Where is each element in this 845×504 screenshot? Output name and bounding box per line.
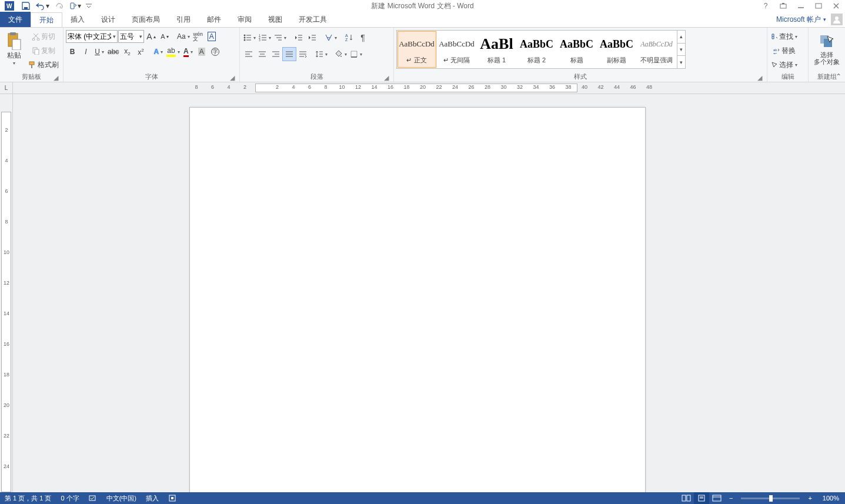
- decrease-indent-button[interactable]: [292, 31, 305, 44]
- font-color-button[interactable]: A▾: [182, 45, 195, 58]
- tab-review[interactable]: 审阅: [229, 12, 260, 27]
- status-words[interactable]: 0 个字: [56, 492, 84, 504]
- redo-icon[interactable]: [52, 0, 66, 12]
- tab-selector[interactable]: L: [0, 82, 13, 94]
- tab-design[interactable]: 设计: [93, 12, 123, 27]
- undo-icon[interactable]: ▾: [35, 0, 49, 12]
- style-item[interactable]: AaBl标题 1: [477, 31, 517, 68]
- select-button[interactable]: 选择▾: [770, 58, 799, 71]
- document-area[interactable]: [13, 94, 845, 492]
- save-icon[interactable]: [19, 0, 33, 12]
- align-left-button[interactable]: [242, 48, 255, 61]
- zoom-percent[interactable]: 100%: [817, 495, 845, 502]
- borders-button[interactable]: ▾: [349, 48, 363, 61]
- gallery-down-icon[interactable]: ▾: [677, 44, 685, 56]
- grow-font-button[interactable]: A▴: [145, 30, 158, 43]
- align-right-button[interactable]: [269, 48, 282, 61]
- strikethrough-button[interactable]: abc: [106, 45, 120, 58]
- qat-customize-icon[interactable]: [85, 0, 93, 12]
- style-item[interactable]: AaBbCcDd不明显强调: [637, 31, 677, 68]
- view-read-icon[interactable]: [679, 492, 694, 504]
- phonetic-guide-button[interactable]: wén文: [192, 30, 205, 43]
- paste-button[interactable]: 粘贴 ▾: [2, 29, 26, 69]
- word-app-icon[interactable]: W: [2, 0, 16, 12]
- font-name-combo[interactable]: 宋体 (中文正文)▾: [66, 30, 118, 43]
- font-launcher-icon[interactable]: ◢: [229, 74, 236, 81]
- align-justify-button[interactable]: [283, 48, 296, 61]
- asian-layout-button[interactable]: ▾: [323, 31, 338, 44]
- tab-references[interactable]: 引用: [168, 12, 199, 27]
- tab-file[interactable]: 文件: [0, 12, 31, 27]
- shrink-font-button[interactable]: A▾: [158, 30, 171, 43]
- ribbon-options-icon[interactable]: [774, 0, 792, 12]
- numbering-button[interactable]: 123▾: [258, 31, 272, 44]
- zoom-out-button[interactable]: −: [724, 492, 737, 504]
- gallery-up-icon[interactable]: ▴: [677, 31, 685, 44]
- character-border-button[interactable]: A: [205, 30, 218, 43]
- view-web-icon[interactable]: [709, 492, 724, 504]
- replace-button[interactable]: abac 替换: [770, 44, 799, 57]
- style-item[interactable]: AaBbCcDd↵ 正文: [397, 31, 437, 68]
- horizontal-ruler[interactable]: 8642246810121416182022242628303234363840…: [13, 82, 845, 94]
- show-marks-button[interactable]: ¶: [356, 31, 369, 44]
- status-mode[interactable]: 插入: [141, 492, 163, 504]
- avatar[interactable]: [831, 14, 843, 25]
- find-button[interactable]: 查找▾: [770, 30, 799, 43]
- copy-button[interactable]: 复制: [27, 44, 60, 57]
- align-center-button[interactable]: [256, 48, 269, 61]
- text-effects-button[interactable]: A▾: [152, 45, 165, 58]
- status-macro-icon[interactable]: [163, 492, 181, 504]
- align-distribute-button[interactable]: [296, 48, 309, 61]
- zoom-thumb[interactable]: [769, 495, 773, 502]
- style-item[interactable]: AaBbC副标题: [597, 31, 637, 68]
- change-case-button[interactable]: Aa▾: [176, 30, 191, 43]
- shading-button[interactable]: ▾: [333, 48, 348, 61]
- gallery-more-icon[interactable]: ▾: [677, 56, 685, 68]
- font-size-combo[interactable]: 五号▾: [118, 30, 144, 43]
- italic-button[interactable]: I: [79, 45, 92, 58]
- collapse-ribbon-icon[interactable]: ⌃: [836, 72, 841, 81]
- tab-home[interactable]: 开始: [31, 12, 62, 28]
- tab-layout[interactable]: 页面布局: [123, 12, 168, 27]
- cut-button[interactable]: 剪切: [27, 30, 60, 43]
- status-spellcheck-icon[interactable]: [84, 492, 102, 504]
- underline-button[interactable]: U▾: [93, 45, 106, 58]
- style-item[interactable]: AaBbC标题: [557, 31, 597, 68]
- clipboard-launcher-icon[interactable]: ◢: [52, 74, 59, 81]
- style-item[interactable]: AaBbC标题 2: [517, 31, 557, 68]
- style-item[interactable]: AaBbCcDd↵ 无间隔: [437, 31, 477, 68]
- touch-mode-icon[interactable]: ▾: [68, 0, 82, 12]
- enclose-char-button[interactable]: 字: [209, 45, 222, 58]
- subscript-button[interactable]: x2: [121, 45, 133, 58]
- sort-button[interactable]: AZ: [343, 31, 356, 44]
- select-multiple-button[interactable]: 选择 多个对象: [811, 29, 843, 69]
- status-page[interactable]: 第 1 页，共 1 页: [0, 492, 56, 504]
- view-print-icon[interactable]: [694, 492, 709, 504]
- tab-insert[interactable]: 插入: [62, 12, 93, 27]
- close-icon[interactable]: [827, 0, 845, 12]
- format-painter-button[interactable]: 格式刷: [27, 58, 60, 71]
- svg-rect-69: [687, 495, 690, 501]
- maximize-icon[interactable]: [810, 0, 827, 12]
- highlight-button[interactable]: ab▾: [165, 45, 181, 58]
- styles-launcher-icon[interactable]: ◢: [756, 74, 763, 81]
- zoom-slider[interactable]: [741, 498, 800, 499]
- bold-button[interactable]: B: [66, 45, 79, 58]
- zoom-in-button[interactable]: +: [803, 492, 816, 504]
- increase-indent-button[interactable]: [306, 31, 319, 44]
- vertical-ruler[interactable]: 2468101214161820222426: [0, 94, 13, 492]
- tab-developer[interactable]: 开发工具: [290, 12, 335, 27]
- char-shading-button[interactable]: A: [195, 45, 208, 58]
- bullets-button[interactable]: ▾: [242, 31, 257, 44]
- tab-view[interactable]: 视图: [260, 12, 290, 27]
- tab-mailings[interactable]: 邮件: [199, 12, 229, 27]
- account-label[interactable]: Microsoft 帐户: [776, 15, 821, 25]
- superscript-button[interactable]: x2: [134, 45, 147, 58]
- paragraph-launcher-icon[interactable]: ◢: [383, 74, 390, 81]
- line-spacing-button[interactable]: ▾: [314, 48, 329, 61]
- page[interactable]: [189, 107, 646, 492]
- status-language[interactable]: 中文(中国): [102, 492, 141, 504]
- minimize-icon[interactable]: [792, 0, 810, 12]
- multilevel-list-button[interactable]: ▾: [273, 31, 288, 44]
- help-icon[interactable]: ?: [757, 0, 774, 12]
